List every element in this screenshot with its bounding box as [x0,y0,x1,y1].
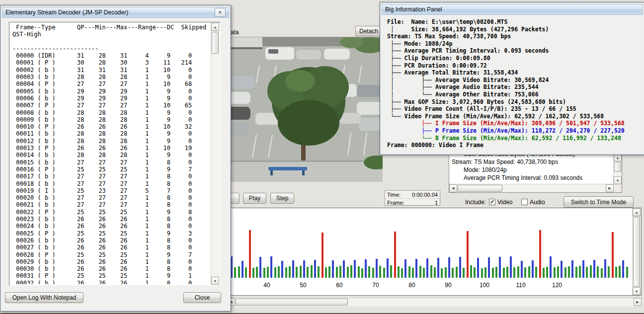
app-root: { "icons": { "close": "✕", "check": "✓",… [0,0,644,314]
audio-checkbox[interactable] [521,199,528,205]
scroll-down-icon[interactable]: ▼ [211,277,219,285]
close-button[interactable]: Close [183,292,221,303]
switch-to-time-mode-button[interactable]: Switch to Time Mode [564,196,634,208]
elementary-stream-decoder-dialog: Elementary Stream Decoder (JM-SP Decoder… [0,5,231,312]
close-icon[interactable]: ✕ [215,8,226,17]
big-information-panel-titlebar[interactable]: Big Information Panel [382,4,643,15]
detach-button[interactable]: Detach [355,26,382,36]
scroll-down-icon[interactable]: ▼ [633,287,641,295]
time-value: 0:00:00.04 [412,192,438,198]
scroll-thumb[interactable] [633,217,640,287]
open-log-with-notepad-button[interactable]: Open Log With Notepad [5,292,83,303]
stream-info-vscrollbar[interactable]: ▲ ▼ [613,154,622,184]
scroll-thumb[interactable] [458,185,502,192]
scroll-right-icon[interactable]: ▶ [634,298,642,306]
stream-info-hscrollbar[interactable]: ◀ ▶ [449,184,614,192]
chart-xlabels: 405060708090100110120 [228,282,633,290]
scroll-left-icon[interactable]: ◀ [449,184,457,192]
decoder-log-vscrollbar[interactable]: ▲ ▼ [211,23,220,285]
check-icon: ✓ [490,199,494,205]
video-checkbox[interactable]: ✓ [489,199,495,205]
big-information-panel: Big Information Panel File: Name: E:\use… [380,2,644,155]
scrollbar-corner [614,184,622,192]
step-button[interactable]: Step [270,193,294,204]
frame-label: Frame: [387,200,404,206]
chart-vscrollbar[interactable]: ▲ ▼ [632,208,641,295]
include-label: Include: [465,199,486,206]
scroll-right-icon[interactable]: ▶ [606,184,614,192]
data-tab-fragment[interactable]: ata [231,29,239,36]
scroll-up-icon[interactable]: ▲ [633,208,641,216]
big-info-lines: File: Name: E:\user\temp\00200.MTS │ Siz… [387,18,643,153]
chart-bars [228,208,633,278]
audio-checkbox-label: Audio [530,199,545,206]
video-checkbox-label: Video [497,199,512,206]
frame-value: 1 [435,200,438,206]
frame-size-chart: 405060708090100110120 ▲ ▼ [227,208,642,296]
chart-hscrollbar[interactable]: ◀ ▶ [227,298,642,307]
decoder-log-text: Frame--Type QP---Min---Max---Range---DC … [12,24,210,284]
decoder-log-area: Frame--Type QP---Min---Max---Range---DC … [9,22,221,286]
stream-info-panel: Size: 38,664,192 Bytes (427,296 Packets)… [449,153,622,193]
scroll-thumb[interactable] [212,32,219,54]
video-preview-image [227,37,383,182]
time-label: Time: [387,192,401,198]
stream-info-lines: Size: 38,664,192 Bytes (427,296 Packets)… [450,153,613,186]
time-frame-box: Time: 0:00:00.04 Frame: 1 [385,190,440,206]
window-title: Elementary Stream Decoder (JM-SP Decoder… [5,9,128,16]
scroll-down-icon[interactable]: ▼ [614,176,622,184]
scroll-thumb[interactable] [614,162,621,172]
scroll-up-icon[interactable]: ▲ [211,23,219,31]
decoder-dialog-titlebar[interactable]: Elementary Stream Decoder (JM-SP Decoder… [2,7,229,18]
play-button[interactable]: Play [243,193,266,204]
scroll-thumb[interactable] [236,299,348,306]
video-preview [227,37,383,182]
window-title: Big Information Panel [385,6,442,13]
